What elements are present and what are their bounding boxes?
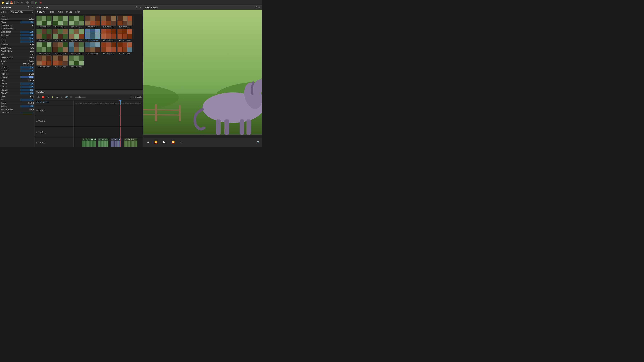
prop-row-crop-height[interactable]: Crop Height1.00 — [0, 30, 35, 33]
prop-value-4[interactable]: 1.00 — [20, 34, 34, 36]
prop-value-21[interactable]: 0.00 — [20, 89, 34, 91]
pf-item-11[interactable]: IMG_5105.mov — [117, 29, 132, 41]
pf-item-12[interactable]: IMG_5106.mov — [36, 42, 52, 54]
timeline-split-btn[interactable]: ✂ — [46, 95, 50, 99]
prop-value-3[interactable]: 1.00 — [20, 31, 34, 33]
prop-row-enable-video[interactable]: Enable VideoAuto — [0, 50, 35, 53]
video-fast-forward-btn[interactable]: ⏩ — [170, 139, 176, 145]
track-name-3[interactable]: ▶ Track 2 — [35, 137, 74, 146]
prop-value-15[interactable]: 0.00 — [20, 69, 34, 72]
render-icon[interactable]: ▶ — [34, 1, 38, 4]
pf-item-15[interactable]: IMG_5236.mov — [85, 42, 100, 54]
track-content-3[interactable]: 🎬IMG_5093.mov🎬IMG_5128.mov🎬IMG_5294.mov🎬… — [74, 137, 143, 146]
prop-value-22[interactable]: 0.00 — [20, 92, 34, 94]
export-icon[interactable]: 📤 — [10, 1, 13, 4]
timeline-end-btn[interactable]: ⏭ — [60, 95, 64, 99]
timeline-seconds-checkbox[interactable] — [130, 96, 132, 98]
prop-value-28[interactable] — [20, 113, 34, 113]
prop-row-channel-filter[interactable]: Channel Filter-1 — [0, 24, 35, 27]
video-preview-settings-icon[interactable]: ⚙ — [255, 6, 258, 8]
video-snapshot-btn[interactable]: 📷 — [257, 141, 260, 143]
prop-row-gravity[interactable]: GravityCenter — [0, 59, 35, 63]
track-content-2[interactable] — [74, 127, 143, 137]
folder-open-icon[interactable]: 📁 — [1, 1, 5, 4]
pf-item-0[interactable]: IMG_5085.mov — [36, 16, 52, 28]
project-files-settings-icon[interactable]: ⚙ — [135, 6, 138, 8]
prop-row-duration[interactable]: Duration9.47 — [0, 43, 35, 46]
pf-item-13[interactable]: IMG_5127.mov — [53, 42, 68, 54]
prop-value-6[interactable]: 0.00 — [20, 40, 34, 43]
split-icon[interactable]: ⬛ — [30, 1, 34, 4]
prop-row-scale-y[interactable]: Scale Y1.00 — [0, 85, 35, 88]
timeline-remove-btn[interactable]: 🔴 — [41, 95, 45, 99]
prop-row-alpha[interactable]: Alpha1.00 — [0, 21, 35, 24]
prop-row-start[interactable]: Start0.00 — [0, 95, 35, 98]
selection-dropdown[interactable]: IMG_5294.mov ▾ — [10, 10, 34, 13]
pf-item-6[interactable]: IMG_5093.mov — [36, 29, 52, 41]
prop-value-19[interactable]: 1.00 — [20, 82, 34, 85]
pf-item-16[interactable]: IMG_5291.mov — [101, 42, 116, 54]
prop-row-crop-width[interactable]: Crop Width1.00 — [0, 33, 35, 37]
track-content-1[interactable] — [74, 116, 143, 126]
clip-3-0[interactable]: 🎬IMG_5093.mov — [82, 138, 96, 146]
pf-item-10[interactable]: IMG_5099.mov — [101, 29, 116, 41]
pf-item-19[interactable]: IMG_5294.mov — [53, 55, 68, 68]
save-icon[interactable]: 💾 — [6, 1, 9, 4]
pf-item-3[interactable]: IMG_5090.mov — [85, 16, 100, 28]
clip-3-1[interactable]: 🎬IMG_5128.mov — [98, 138, 108, 146]
pf-item-2[interactable]: IMG_5087.mov — [69, 16, 84, 28]
video-preview-close-icon[interactable]: ✕ — [258, 6, 260, 8]
prop-row-volume[interactable]: Volume1.00 — [0, 105, 35, 108]
prop-row-shear-x[interactable]: Shear X0.00 — [0, 88, 35, 92]
tab-audio[interactable]: Audio — [57, 10, 64, 13]
pf-item-17[interactable]: IMG_5292.mov — [117, 42, 132, 54]
prop-row-end[interactable]: End9.47 — [0, 53, 35, 56]
track-name-2[interactable]: ▶ Track 3 — [35, 127, 74, 137]
timeline-marker-btn[interactable]: ⬇ — [50, 95, 54, 99]
prop-row-shear-y[interactable]: Shear Y0.00 — [0, 92, 35, 95]
prop-row-channel-mappi[interactable]: Channel Mappi...-1 — [0, 27, 35, 30]
clip-3-3[interactable]: 🎬IMG_5094.mov — [124, 138, 138, 146]
timeline-snap-btn[interactable]: ⬛ — [69, 95, 73, 99]
prop-value-17[interactable]: 180.00 — [20, 76, 34, 78]
timeline-ruler[interactable]: 00:00:0300:00:0600:00:0900:00:1200:00:15… — [74, 100, 143, 105]
properties-close-icon[interactable]: ✕ — [31, 6, 34, 8]
prop-row-position[interactable]: Position24.30 — [0, 72, 35, 76]
prop-row-scale-x[interactable]: Scale X1.00 — [0, 82, 35, 85]
timeline-link-btn[interactable]: 🔗 — [64, 95, 68, 99]
prop-value-26[interactable]: 1.00 — [20, 105, 34, 107]
video-skip-start-btn[interactable]: ⏮ — [145, 139, 150, 145]
prop-row-scale[interactable]: ScaleBest Fit — [0, 79, 35, 82]
prop-row-crop-x[interactable]: Crop X0.00 — [0, 37, 35, 40]
timeline-zoom-slider[interactable] — [75, 97, 86, 98]
prop-value-14[interactable]: 0.00 — [20, 66, 34, 69]
add-clip-icon[interactable]: ➕ — [26, 1, 30, 4]
tab-show-all[interactable]: Show All — [36, 10, 46, 13]
timeline-start-btn[interactable]: ⏮ — [55, 95, 59, 99]
clip-3-2[interactable]: 🎬IMG_5294.mov — [110, 138, 122, 146]
prop-row-time[interactable]: Time1.00 — [0, 98, 35, 101]
prop-row-rotation[interactable]: Rotation180.00 — [0, 76, 35, 79]
pf-item-20[interactable]: IMG_5295.mov — [69, 55, 84, 68]
redo-icon[interactable]: ↻ — [20, 1, 24, 4]
pf-item-9[interactable]: IMG_5096.mov — [85, 29, 100, 41]
tab-video[interactable]: Video — [48, 10, 55, 13]
pf-item-1[interactable]: IMG_5086.mov — [53, 16, 68, 28]
prop-value-5[interactable]: 0.00 — [20, 37, 34, 39]
tab-image[interactable]: Image — [66, 10, 72, 13]
prop-value-24[interactable]: 1.00 — [20, 99, 34, 101]
prop-row-frame-number[interactable]: Frame NumberNone — [0, 56, 35, 59]
pf-item-7[interactable]: IMG_5094.mov — [53, 29, 68, 41]
timeline-add-btn[interactable]: ➕ — [36, 95, 40, 99]
pf-item-4[interactable]: IMG_5091.mov — [101, 16, 116, 28]
project-files-close-icon[interactable]: ✕ — [139, 6, 142, 8]
prop-row-location-x[interactable]: Location X0.00 — [0, 66, 35, 69]
prop-row-id[interactable]: IDLNYVUM420E — [0, 63, 35, 66]
track-name-1[interactable]: ▶ Track 4 — [35, 116, 74, 126]
prop-row-volume-mixing[interactable]: Volume MixingNone — [0, 108, 35, 111]
prop-row-track[interactable]: TrackTrack 2 — [0, 101, 35, 105]
pf-item-8[interactable]: IMG_5095.mov — [69, 29, 84, 41]
video-rewind-btn[interactable]: ⏪ — [153, 139, 158, 145]
pf-item-18[interactable]: IMG_5293.mov — [36, 55, 52, 68]
stop-render-icon[interactable]: ⏹ — [39, 1, 42, 4]
